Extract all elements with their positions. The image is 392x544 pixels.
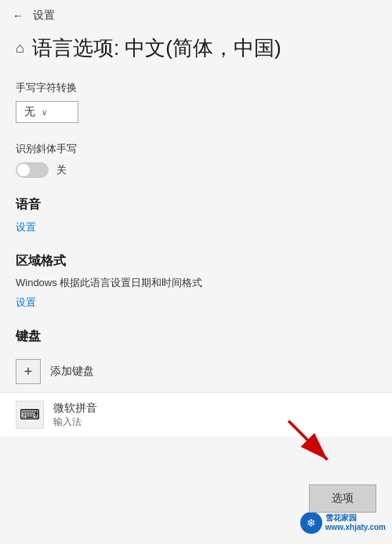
voice-heading: 语音 — [16, 197, 376, 213]
options-button[interactable]: 选项 — [309, 484, 376, 513]
ime-item-row[interactable]: ⌨ 微软拼音 输入法 — [0, 392, 392, 437]
ime-type: 输入法 — [53, 415, 376, 429]
main-content: ⌂ 语言选项: 中文(简体，中国) 手写字符转换 无 ∨ 识别斜体手写 关 语音… — [0, 31, 392, 452]
handwriting-section: 手写字符转换 无 ∨ — [16, 81, 376, 123]
toggle-row: 关 — [16, 162, 376, 178]
keyboard-section: 键盘 + 添加键盘 ⌨ 微软拼音 输入法 — [16, 328, 376, 437]
dropdown-value: 无 — [24, 105, 35, 119]
back-button[interactable]: ← — [13, 9, 24, 22]
page-header: ⌂ 语言选项: 中文(简体，中国) — [16, 31, 376, 62]
voice-section: 语音 设置 — [16, 197, 376, 234]
region-section: 区域格式 Windows 根据此语言设置日期和时间格式 设置 — [16, 253, 376, 310]
snowflake-icon: ❄ — [300, 512, 322, 534]
handwriting-dropdown[interactable]: 无 ∨ — [16, 101, 78, 123]
add-keyboard-row[interactable]: + 添加键盘 — [16, 351, 376, 392]
handwriting-label: 手写字符转换 — [16, 81, 376, 95]
italic-section: 识别斜体手写 关 — [16, 142, 376, 178]
ime-info: 微软拼音 输入法 — [53, 401, 376, 429]
nav-title: 设置 — [33, 9, 55, 23]
watermark-text: 雪花家园 www.xhjaty.com — [325, 513, 386, 532]
region-description: Windows 根据此语言设置日期和时间格式 — [16, 276, 376, 290]
region-heading: 区域格式 — [16, 253, 376, 270]
home-icon: ⌂ — [16, 40, 24, 56]
top-nav: ← 设置 — [0, 0, 392, 31]
toggle-state: 关 — [56, 163, 67, 177]
italic-label: 识别斜体手写 — [16, 142, 376, 156]
add-keyboard-label: 添加键盘 — [50, 364, 94, 379]
voice-settings-link[interactable]: 设置 — [16, 221, 36, 233]
keyboard-icon: ⌨ — [16, 401, 44, 429]
watermark-logo: ❄ 雪花家园 www.xhjaty.com — [300, 512, 386, 534]
page-container: ← 设置 ⌂ 语言选项: 中文(简体，中国) 手写字符转换 无 ∨ 识别斜体手写… — [0, 0, 392, 544]
region-settings-link[interactable]: 设置 — [16, 296, 36, 308]
plus-icon: + — [16, 359, 41, 384]
keyboard-heading: 键盘 — [16, 328, 376, 345]
page-title: 语言选项: 中文(简体，中国) — [32, 34, 281, 62]
ime-name: 微软拼音 — [53, 401, 376, 415]
italic-toggle[interactable] — [16, 162, 49, 178]
chevron-down-icon: ∨ — [42, 108, 47, 117]
